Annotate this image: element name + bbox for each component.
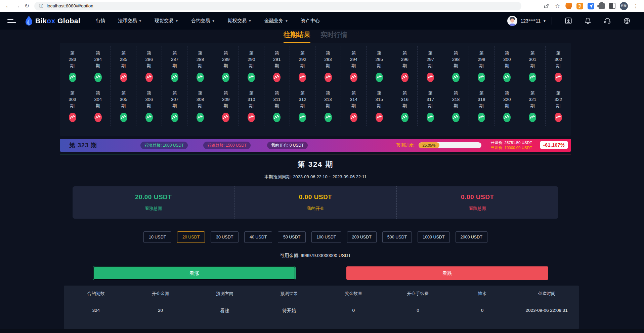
user-chevron-down-icon[interactable]: ▼ bbox=[543, 19, 546, 23]
site-info-icon[interactable]: i bbox=[39, 4, 43, 8]
trend-chart-icon bbox=[298, 72, 306, 82]
table-cell: 0 bbox=[450, 308, 515, 314]
browser-forward-button[interactable]: → bbox=[13, 1, 22, 11]
amount-button[interactable]: 10 USDT bbox=[143, 231, 171, 243]
trend-chart-icon bbox=[298, 112, 306, 122]
period-cell[interactable]: 第311期 bbox=[264, 86, 290, 126]
url-text[interactable]: localhost:8080/#/option bbox=[47, 3, 93, 8]
period-cell[interactable]: 第287期 bbox=[162, 46, 187, 86]
table-cell: 20 bbox=[128, 308, 193, 314]
period-cell[interactable]: 第291期 bbox=[264, 46, 290, 86]
browser-profile-avatar[interactable]: 科技 bbox=[620, 2, 628, 10]
amount-button[interactable]: 20 USDT bbox=[177, 231, 205, 243]
period-cell[interactable]: 第302期 bbox=[546, 46, 571, 86]
user-avatar[interactable] bbox=[507, 16, 517, 26]
table-cell: 0 bbox=[321, 308, 386, 314]
tab-realtime-market[interactable]: 实时行情 bbox=[320, 30, 347, 43]
download-icon[interactable] bbox=[564, 17, 572, 25]
period-cell[interactable]: 第298期 bbox=[443, 46, 469, 86]
period-cell[interactable]: 第289期 bbox=[213, 46, 239, 86]
brand-logo[interactable]: Bikox Global bbox=[25, 15, 80, 26]
nav-menu-item[interactable]: 金融业务▼ bbox=[264, 18, 288, 24]
period-cell[interactable]: 第292期 bbox=[290, 46, 315, 86]
extensions-puzzle-icon[interactable] bbox=[599, 3, 605, 9]
nav-menu-item[interactable]: 资产中心 bbox=[301, 18, 320, 24]
tab-past-results[interactable]: 往期结果 bbox=[284, 30, 310, 43]
period-cell[interactable]: 第313期 bbox=[315, 86, 341, 126]
amount-button[interactable]: 2000 USDT bbox=[456, 231, 487, 243]
period-cell[interactable]: 第307期 bbox=[162, 86, 187, 126]
globe-icon[interactable] bbox=[623, 17, 631, 25]
period-cell[interactable]: 第318期 bbox=[443, 86, 469, 126]
period-cell[interactable]: 第300期 bbox=[495, 46, 520, 86]
period-cell[interactable]: 第317期 bbox=[418, 86, 443, 126]
period-cell[interactable]: 第309期 bbox=[213, 86, 239, 126]
trend-chart-icon bbox=[350, 112, 358, 122]
period-cell[interactable]: 第304期 bbox=[85, 86, 111, 126]
period-cell[interactable]: 第310期 bbox=[239, 86, 264, 126]
period-cell[interactable]: 第293期 bbox=[315, 46, 341, 86]
period-cell[interactable]: 第306期 bbox=[136, 86, 162, 126]
period-cell[interactable]: 第285期 bbox=[111, 46, 136, 86]
period-cell[interactable]: 第297期 bbox=[418, 46, 443, 86]
period-cell[interactable]: 第299期 bbox=[469, 46, 495, 86]
nav-menu-item[interactable]: 现货交易▼ bbox=[155, 18, 178, 24]
period-cell[interactable]: 第288期 bbox=[187, 46, 213, 86]
nav-menu-item[interactable]: 期权交易▼ bbox=[228, 18, 252, 24]
amount-button[interactable]: 50 USDT bbox=[278, 231, 306, 243]
table-header-cell: 合约期数 bbox=[64, 291, 128, 297]
period-cell[interactable]: 第283期 bbox=[60, 46, 85, 86]
nav-menu-item[interactable]: 行情 bbox=[96, 18, 105, 24]
period-cell[interactable]: 第316期 bbox=[392, 86, 418, 126]
period-cell[interactable]: 第284期 bbox=[85, 46, 111, 86]
buy-down-button[interactable]: 看跌 bbox=[346, 266, 548, 280]
current-price: 当前价: 10000.00 USDT bbox=[491, 145, 532, 150]
user-name[interactable]: 123****11 bbox=[520, 18, 541, 24]
period-cell[interactable]: 第305期 bbox=[111, 86, 136, 126]
table-header-cell: 预测方向 bbox=[192, 291, 257, 297]
period-cell[interactable]: 第294期 bbox=[341, 46, 367, 86]
share-icon[interactable] bbox=[543, 2, 550, 9]
bookmark-star-icon[interactable]: ☆ bbox=[554, 2, 561, 9]
browser-back-button[interactable]: ← bbox=[3, 1, 13, 11]
period-cell[interactable]: 第290期 bbox=[239, 46, 264, 86]
menu-toggle-icon[interactable] bbox=[7, 19, 16, 23]
period-cell[interactable]: 第295期 bbox=[367, 46, 392, 86]
table-header-cell: 奖金数量 bbox=[321, 291, 386, 297]
period-cell[interactable]: 第286期 bbox=[136, 46, 162, 86]
nav-menu-item[interactable]: 合约交易▼ bbox=[191, 18, 215, 24]
amount-button[interactable]: 200 USDT bbox=[347, 231, 377, 243]
amount-options: 10 USDT20 USDT30 USDT40 USDT50 USDT100 U… bbox=[60, 231, 571, 243]
headset-icon[interactable] bbox=[603, 17, 611, 25]
period-cell[interactable]: 第321期 bbox=[520, 86, 546, 126]
orders-table: 合约期数开仓金额预测方向预测结果奖金数量开仓手续费抽水创建时间 32420看涨待… bbox=[64, 286, 579, 329]
period-cell[interactable]: 第301期 bbox=[520, 46, 546, 86]
bell-icon[interactable] bbox=[584, 17, 592, 25]
period-cell[interactable]: 第296期 bbox=[392, 46, 418, 86]
amount-button[interactable]: 30 USDT bbox=[211, 231, 239, 243]
results-tabs: 往期结果 实时行情 bbox=[60, 30, 571, 43]
browser-refresh-button[interactable]: ↻ bbox=[22, 1, 32, 11]
period-cell[interactable]: 第308期 bbox=[187, 86, 213, 126]
amount-button[interactable]: 40 USDT bbox=[244, 231, 272, 243]
next-round-title: 第 324 期 bbox=[60, 159, 571, 170]
tokenpocket-extension-icon[interactable] bbox=[588, 3, 594, 9]
available-balance: 可用余额: 999979.00000000 USDT bbox=[60, 253, 571, 259]
crypto-wallet-extension-icon[interactable] bbox=[576, 3, 583, 9]
period-cell[interactable]: 第303期 bbox=[60, 86, 85, 126]
period-cell[interactable]: 第314期 bbox=[341, 86, 367, 126]
amount-button[interactable]: 1000 USDT bbox=[418, 231, 449, 243]
address-bar[interactable]: i localhost:8080/#/option bbox=[34, 2, 521, 10]
browser-menu-icon[interactable]: ⋮ bbox=[632, 2, 639, 9]
buy-up-button[interactable]: 看涨 bbox=[93, 266, 295, 280]
period-cell[interactable]: 第320期 bbox=[495, 86, 520, 126]
period-cell[interactable]: 第319期 bbox=[469, 86, 495, 126]
side-panel-icon[interactable] bbox=[609, 3, 615, 9]
period-cell[interactable]: 第315期 bbox=[367, 86, 392, 126]
period-cell[interactable]: 第312期 bbox=[290, 86, 315, 126]
metamask-extension-icon[interactable] bbox=[565, 3, 572, 9]
amount-button[interactable]: 500 USDT bbox=[382, 231, 412, 243]
period-cell[interactable]: 第322期 bbox=[546, 86, 571, 126]
amount-button[interactable]: 100 USDT bbox=[311, 231, 341, 243]
nav-menu-item[interactable]: 法币交易▼ bbox=[118, 18, 142, 24]
